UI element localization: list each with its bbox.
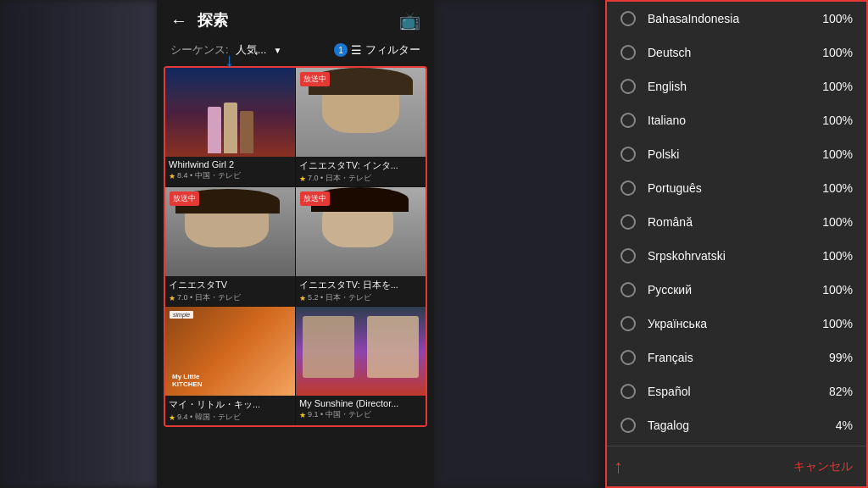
grid-row-3: simple My LittleKITCHEN マイ・リトル・キッ... ★ 9…: [165, 307, 426, 425]
filter-badge: 1: [334, 43, 348, 57]
on-air-badge-2: 放送中: [170, 191, 199, 206]
language-name: Русский: [648, 283, 822, 297]
language-name: Українська: [648, 317, 822, 330]
language-item[interactable]: Tagalog4%: [607, 408, 866, 442]
item-title: Whirlwind Girl 2: [169, 159, 292, 169]
language-item[interactable]: Français99%: [607, 341, 866, 374]
grid-item-whirlwind[interactable]: Whirlwind Girl 2 ★ 8.4 • 中国・テレビ: [165, 68, 295, 186]
filter-button[interactable]: 1 ☰ フィルター: [334, 42, 420, 58]
sequence-label: シーケンス:: [170, 42, 229, 58]
radio-button[interactable]: [620, 11, 636, 26]
lang-panel-footer: ↑ キャンセル: [607, 446, 866, 486]
language-percentage: 100%: [822, 317, 853, 330]
language-name: Polski: [648, 147, 822, 161]
language-item[interactable]: Srpskohrvatski100%: [607, 239, 866, 273]
grid-row-2: 放送中 イニエスタTV ★ 7.0 • 日本・テレビ 放: [165, 187, 426, 306]
item-rating: 7.0 • 日本・テレビ: [177, 292, 241, 303]
grid-item-iniesta-tv[interactable]: 放送中 イニエスタTV ★ 7.0 • 日本・テレビ: [165, 187, 295, 306]
filter-bar: シーケンス: 人気... ▼ 1 ☰ フィルター: [157, 37, 434, 63]
sequence-value[interactable]: 人気...: [236, 42, 267, 58]
language-name: Română: [648, 215, 822, 229]
language-name: BahasaIndonesia: [648, 12, 822, 25]
item-title: My Sunshine (Director...: [299, 398, 422, 408]
back-button[interactable]: ←: [170, 11, 187, 30]
radio-button[interactable]: [620, 180, 636, 196]
radio-button[interactable]: [620, 248, 636, 263]
language-percentage: 100%: [822, 249, 853, 263]
right-background-blur: [434, 0, 597, 488]
item-rating: 9.4 • 韓国・テレビ: [177, 412, 241, 423]
language-filter-panel: BahasaIndonesia100%Deutsch100%English100…: [605, 0, 868, 488]
on-air-badge-1: 放送中: [300, 72, 330, 86]
language-item[interactable]: Українська100%: [607, 307, 866, 341]
language-percentage: 100%: [822, 80, 853, 93]
header: ← 探索 📺: [157, 0, 434, 37]
grid-item-iniesta-tv-japan[interactable]: 放送中 イニエスタTV: 日本を... ★ 5.2 • 日本・テレビ: [296, 187, 426, 306]
radio-button[interactable]: [620, 316, 636, 331]
cast-icon[interactable]: 📺: [399, 10, 420, 30]
language-name: English: [648, 80, 822, 93]
language-item[interactable]: Română100%: [607, 205, 866, 239]
language-name: Deutsch: [648, 46, 822, 59]
language-name: Français: [648, 351, 829, 364]
item-title: イニエスタTV: インタ...: [299, 159, 422, 172]
grid-item-my-sunshine[interactable]: My Sunshine (Director... ★ 9.1 • 中国・テレビ: [296, 307, 426, 425]
radio-button[interactable]: [620, 350, 636, 365]
content-grid: Whirlwind Girl 2 ★ 8.4 • 中国・テレビ 放送中: [164, 66, 427, 427]
item-title: イニエスタTV: 日本を...: [299, 279, 422, 291]
language-item[interactable]: Português100%: [607, 171, 866, 205]
item-rating: 5.2 • 日本・テレビ: [308, 292, 371, 303]
language-name: Italiano: [648, 114, 822, 127]
language-percentage: 100%: [822, 283, 853, 297]
language-name: Srpskohrvatski: [648, 249, 822, 263]
language-percentage: 100%: [822, 12, 853, 25]
grid-item-iniesta-tv-inta[interactable]: 放送中 イニエスタTV: インタ... ★ 7.0 • 日本・テレビ: [296, 68, 426, 186]
radio-button[interactable]: [620, 147, 636, 162]
item-title: イニエスタTV: [169, 279, 292, 291]
grid-row-1: Whirlwind Girl 2 ★ 8.4 • 中国・テレビ 放送中: [165, 68, 426, 186]
language-percentage: 100%: [822, 181, 853, 195]
language-list: BahasaIndonesia100%Deutsch100%English100…: [607, 2, 866, 446]
language-item[interactable]: BahasaIndonesia100%: [607, 2, 866, 36]
language-item[interactable]: Deutsch100%: [607, 36, 866, 69]
language-item[interactable]: Русский100%: [607, 273, 866, 307]
language-percentage: 4%: [836, 419, 853, 432]
on-air-badge-3: 放送中: [300, 191, 330, 206]
language-name: Português: [648, 181, 822, 195]
radio-button[interactable]: [620, 418, 636, 433]
down-arrow-indicator: ↓: [225, 49, 234, 71]
radio-button[interactable]: [620, 79, 636, 94]
radio-button[interactable]: [620, 384, 636, 399]
filter-label: フィルター: [365, 42, 420, 58]
radio-button[interactable]: [620, 113, 636, 128]
left-background-blur: [0, 0, 157, 488]
item-rating: 8.4 • 中国・テレビ: [177, 170, 241, 181]
item-rating: 9.1 • 中国・テレビ: [308, 409, 371, 420]
language-percentage: 100%: [822, 46, 853, 59]
language-item[interactable]: English100%: [607, 69, 866, 103]
item-title: マイ・リトル・キッ...: [169, 398, 292, 411]
language-percentage: 100%: [822, 114, 853, 127]
language-name: Tagalog: [648, 419, 836, 432]
radio-button[interactable]: [620, 45, 636, 60]
up-arrow-indicator: ↑: [614, 456, 623, 478]
language-item[interactable]: Italiano100%: [607, 103, 866, 137]
item-rating: 7.0 • 日本・テレビ: [308, 173, 371, 184]
language-item[interactable]: Polski100%: [607, 137, 866, 171]
filter-icon: ☰: [351, 43, 362, 57]
radio-button[interactable]: [620, 282, 636, 297]
language-item[interactable]: Español82%: [607, 374, 866, 408]
page-title: 探索: [198, 10, 399, 30]
radio-button[interactable]: [620, 214, 636, 230]
language-percentage: 82%: [829, 385, 853, 398]
language-percentage: 100%: [822, 215, 853, 229]
grid-item-my-little-kitchen[interactable]: simple My LittleKITCHEN マイ・リトル・キッ... ★ 9…: [165, 307, 295, 425]
dropdown-icon[interactable]: ▼: [273, 46, 281, 55]
language-percentage: 99%: [829, 351, 853, 364]
language-name: Español: [648, 385, 829, 398]
language-percentage: 100%: [822, 147, 853, 161]
cancel-button[interactable]: キャンセル: [793, 459, 853, 474]
